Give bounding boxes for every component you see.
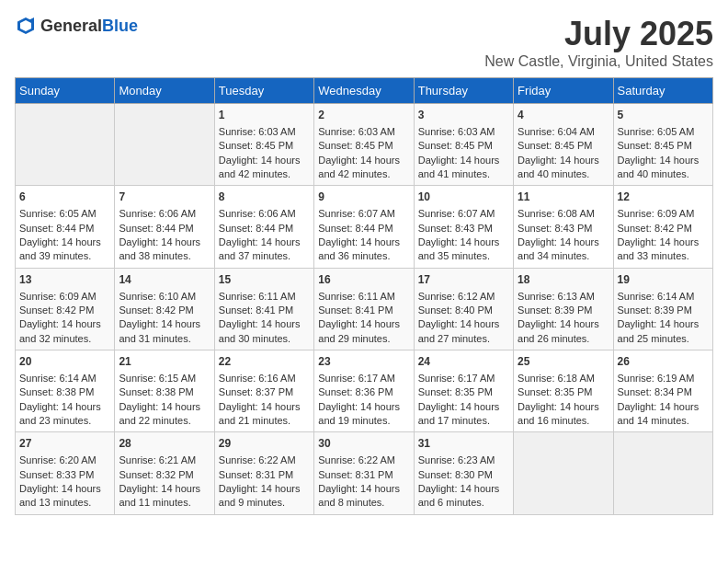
calendar-cell: 9Sunrise: 6:07 AMSunset: 8:44 PMDaylight… [314, 186, 414, 268]
day-info: Daylight: 14 hours [618, 400, 709, 414]
calendar-cell: 16Sunrise: 6:11 AMSunset: 8:41 PMDayligh… [314, 268, 414, 350]
day-info: Sunset: 8:38 PM [19, 385, 110, 399]
day-info: Sunrise: 6:11 AM [219, 290, 310, 304]
weekday-header: Wednesday [314, 78, 414, 104]
calendar-cell: 22Sunrise: 6:16 AMSunset: 8:37 PMDayligh… [214, 350, 313, 432]
day-info: and 29 minutes. [318, 332, 409, 346]
calendar-cell: 13Sunrise: 6:09 AMSunset: 8:42 PMDayligh… [16, 268, 115, 350]
day-info: Sunset: 8:42 PM [119, 304, 210, 317]
day-info: Sunrise: 6:10 AM [119, 290, 210, 304]
day-info: Daylight: 14 hours [418, 482, 509, 496]
logo-icon [15, 15, 37, 37]
title-block: July 2025 New Castle, Virginia, United S… [484, 15, 713, 70]
day-info: Daylight: 14 hours [418, 317, 509, 331]
day-number: 8 [219, 190, 310, 205]
day-info: Daylight: 14 hours [19, 317, 110, 331]
day-info: and 37 minutes. [219, 249, 310, 263]
day-info: Sunrise: 6:09 AM [618, 207, 709, 221]
day-info: Sunset: 8:41 PM [219, 304, 310, 317]
day-info: Sunrise: 6:20 AM [19, 454, 110, 467]
day-info: Sunrise: 6:11 AM [318, 290, 409, 304]
calendar-cell [16, 104, 115, 186]
calendar-cell: 24Sunrise: 6:17 AMSunset: 8:35 PMDayligh… [414, 350, 513, 432]
day-info: Daylight: 14 hours [318, 482, 409, 496]
day-info: and 14 minutes. [618, 414, 709, 428]
day-info: and 13 minutes. [19, 496, 110, 510]
calendar-cell: 8Sunrise: 6:06 AMSunset: 8:44 PMDaylight… [214, 186, 313, 268]
day-info: Daylight: 14 hours [19, 482, 110, 496]
calendar-cell: 30Sunrise: 6:22 AMSunset: 8:31 PMDayligh… [314, 432, 414, 514]
weekday-header: Monday [115, 78, 214, 104]
day-info: Daylight: 14 hours [219, 154, 310, 167]
calendar-cell: 27Sunrise: 6:20 AMSunset: 8:33 PMDayligh… [16, 432, 115, 514]
day-info: Daylight: 14 hours [119, 317, 210, 331]
day-info: Sunrise: 6:12 AM [418, 290, 509, 304]
day-info: and 9 minutes. [219, 496, 310, 510]
day-number: 24 [418, 354, 509, 370]
day-number: 12 [618, 190, 709, 205]
day-number: 29 [219, 436, 310, 452]
day-number: 1 [219, 108, 310, 123]
day-info: Sunrise: 6:13 AM [518, 290, 609, 304]
day-number: 28 [119, 436, 210, 452]
subtitle: New Castle, Virginia, United States [484, 53, 713, 70]
logo-blue: Blue [102, 17, 138, 35]
day-info: Sunset: 8:39 PM [518, 304, 609, 317]
day-info: Sunset: 8:43 PM [418, 222, 509, 236]
day-info: and 23 minutes. [19, 414, 110, 428]
calendar-cell: 7Sunrise: 6:06 AMSunset: 8:44 PMDaylight… [115, 186, 214, 268]
day-info: Daylight: 14 hours [618, 154, 709, 167]
day-info: Daylight: 14 hours [19, 236, 110, 249]
day-number: 30 [318, 436, 409, 452]
day-info: Sunrise: 6:14 AM [19, 372, 110, 385]
day-number: 10 [418, 190, 509, 205]
calendar-cell: 19Sunrise: 6:14 AMSunset: 8:39 PMDayligh… [613, 268, 712, 350]
day-number: 26 [618, 354, 709, 370]
day-info: Daylight: 14 hours [119, 400, 210, 414]
day-info: and 17 minutes. [418, 414, 509, 428]
day-info: Sunset: 8:36 PM [318, 385, 409, 399]
day-info: Sunrise: 6:17 AM [318, 372, 409, 385]
day-info: Daylight: 14 hours [219, 317, 310, 331]
day-info: Sunrise: 6:05 AM [618, 125, 709, 139]
day-info: Daylight: 14 hours [119, 482, 210, 496]
day-number: 4 [518, 108, 609, 123]
day-number: 23 [318, 354, 409, 370]
day-info: Sunset: 8:44 PM [318, 222, 409, 236]
day-info: Sunset: 8:31 PM [219, 468, 310, 482]
calendar-cell [514, 432, 613, 514]
day-number: 7 [119, 190, 210, 205]
day-info: Sunrise: 6:07 AM [318, 207, 409, 221]
day-info: Sunrise: 6:22 AM [318, 454, 409, 467]
day-info: and 11 minutes. [119, 496, 210, 510]
day-info: Daylight: 14 hours [318, 236, 409, 249]
day-number: 31 [418, 436, 509, 452]
day-info: and 22 minutes. [119, 414, 210, 428]
day-number: 3 [418, 108, 509, 123]
day-info: Sunset: 8:33 PM [19, 468, 110, 482]
day-info: and 33 minutes. [618, 249, 709, 263]
day-number: 2 [318, 108, 409, 123]
day-info: and 16 minutes. [518, 414, 609, 428]
day-info: and 40 minutes. [618, 167, 709, 181]
day-info: Daylight: 14 hours [418, 400, 509, 414]
day-info: Sunrise: 6:07 AM [418, 207, 509, 221]
day-info: Sunrise: 6:03 AM [318, 125, 409, 139]
day-info: Sunrise: 6:03 AM [418, 125, 509, 139]
day-number: 5 [618, 108, 709, 123]
day-info: Daylight: 14 hours [318, 317, 409, 331]
day-info: and 36 minutes. [318, 249, 409, 263]
day-info: Sunset: 8:44 PM [219, 222, 310, 236]
day-info: Sunrise: 6:17 AM [418, 372, 509, 385]
day-info: Sunset: 8:35 PM [418, 385, 509, 399]
calendar-cell: 23Sunrise: 6:17 AMSunset: 8:36 PMDayligh… [314, 350, 414, 432]
day-number: 15 [219, 272, 310, 288]
day-info: Daylight: 14 hours [518, 236, 609, 249]
day-number: 22 [219, 354, 310, 370]
calendar-cell: 2Sunrise: 6:03 AMSunset: 8:45 PMDaylight… [314, 104, 414, 186]
day-info: Daylight: 14 hours [518, 400, 609, 414]
day-number: 18 [518, 272, 609, 288]
day-info: and 31 minutes. [119, 332, 210, 346]
day-info: Sunrise: 6:06 AM [119, 207, 210, 221]
calendar-cell: 5Sunrise: 6:05 AMSunset: 8:45 PMDaylight… [613, 104, 712, 186]
